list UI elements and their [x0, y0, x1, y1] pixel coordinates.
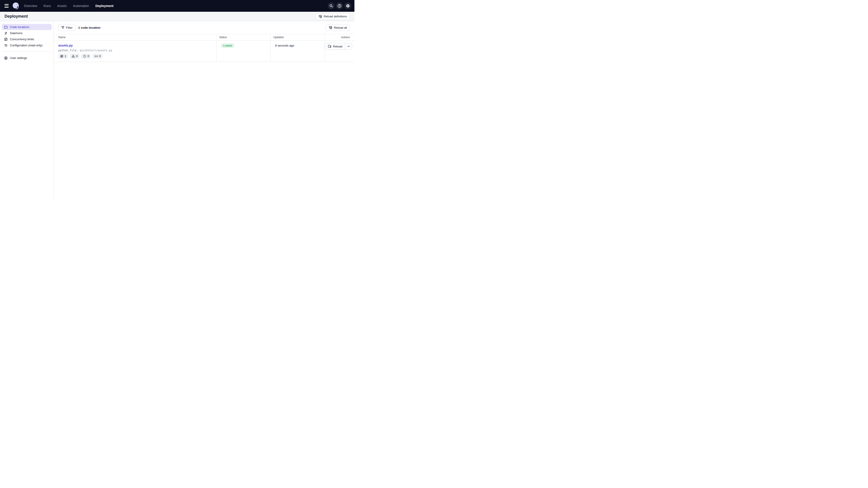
sensor-count-badge[interactable]: 0: [93, 54, 103, 59]
primary-nav: Overview Runs Assets Automation Deployme…: [24, 4, 114, 8]
code-location-meta: python_file: quickstart/assets.py: [58, 49, 214, 52]
sidebar-item-label: Daemons: [10, 31, 23, 35]
column-header-updated: Updated: [271, 34, 325, 40]
daemons-icon: [4, 31, 8, 35]
help-icon[interactable]: [336, 2, 343, 9]
asset-count-value: 1: [65, 55, 66, 58]
filter-button[interactable]: Filter: [58, 24, 75, 31]
reload-button-label: Reload: [333, 45, 342, 48]
job-count-icon: [72, 55, 75, 58]
definition-counts: 1 0: [58, 54, 214, 59]
nav-item-automation[interactable]: Automation: [73, 4, 89, 8]
reload-split-button: Reload: [325, 43, 352, 50]
table-row: assets.py python_file: quickstart/assets…: [54, 41, 354, 62]
reload-folder-icon: [328, 44, 331, 48]
asset-count-icon: [60, 55, 63, 58]
sidebar-item-configuration[interactable]: Configuration (read-only): [2, 42, 52, 48]
schedule-count-value: 0: [88, 55, 89, 58]
filter-funnel-icon: [61, 26, 64, 29]
sliders-icon: [4, 43, 8, 47]
asset-count-badge[interactable]: 1: [58, 54, 68, 59]
reload-options-chevron-down-icon[interactable]: [345, 43, 352, 50]
actions-cell: Reload: [325, 41, 354, 62]
meta-label: python_file:: [58, 49, 78, 52]
search-icon[interactable]: [328, 2, 335, 9]
page-header: Deployment Reload definitions: [0, 12, 354, 21]
reload-all-icon: [329, 26, 332, 29]
top-nav: Overview Runs Assets Automation Deployme…: [0, 0, 354, 12]
sidebar-item-label: Configuration (read-only): [10, 43, 42, 47]
job-count-value: 0: [76, 55, 78, 58]
sidebar-item-label: Concurrency limits: [10, 37, 34, 41]
nav-item-runs[interactable]: Runs: [43, 4, 51, 8]
reload-button[interactable]: Reload: [325, 43, 345, 50]
sensor-count-value: 0: [99, 55, 101, 58]
reload-all-label: Reload all: [334, 26, 347, 29]
job-count-badge[interactable]: 0: [70, 54, 80, 59]
main-content: Filter 1 code location Reload all Name S…: [54, 21, 354, 199]
sidebar-divider: [2, 52, 51, 52]
meta-value: quickstart/assets.py: [80, 49, 112, 52]
code-locations-toolbar: Filter 1 code location Reload all: [54, 21, 354, 34]
nav-item-deployment[interactable]: Deployment: [95, 4, 114, 8]
folder-icon: [4, 25, 8, 29]
sidebar-item-concurrency-limits[interactable]: Concurrency limits: [2, 36, 52, 42]
sidebar-item-code-locations[interactable]: Code locations: [2, 24, 52, 30]
page-title: Deployment: [4, 14, 28, 19]
document-lines-icon: [4, 37, 8, 41]
sensor-count-icon: [94, 55, 98, 58]
nav-item-assets[interactable]: Assets: [57, 4, 67, 8]
status-cell: Loaded: [217, 41, 271, 62]
reload-definitions-label: Reload definitions: [324, 15, 347, 18]
sidebar-item-label: Code locations: [10, 25, 29, 29]
column-header-actions: Actions: [325, 34, 354, 40]
settings-gear-icon[interactable]: [344, 2, 351, 9]
sidebar-item-label: User settings: [10, 56, 27, 60]
reload-definitions-button[interactable]: Reload definitions: [315, 13, 350, 20]
updated-cell: 8 seconds ago: [271, 41, 325, 62]
schedule-count-icon: [83, 55, 86, 58]
reload-all-button[interactable]: Reload all: [326, 24, 350, 31]
status-badge: Loaded: [221, 43, 234, 48]
code-locations-table: Name Status Updated Actions assets.py py…: [54, 34, 354, 62]
schedule-count-badge[interactable]: 0: [81, 54, 91, 59]
sidebar-item-daemons[interactable]: Daemons: [2, 30, 52, 36]
column-header-status: Status: [217, 34, 271, 40]
dagster-logo-icon[interactable]: [12, 2, 20, 10]
deployment-sidebar: Code locations Daemons Concurrency limit…: [0, 21, 54, 199]
name-cell: assets.py python_file: quickstart/assets…: [54, 41, 217, 62]
nav-item-overview[interactable]: Overview: [24, 4, 37, 8]
code-location-link[interactable]: assets.py: [58, 43, 73, 47]
column-header-name: Name: [54, 34, 217, 40]
reload-definitions-icon: [318, 15, 322, 18]
menu-icon[interactable]: [3, 2, 10, 9]
code-location-count: 1 code location: [78, 26, 100, 29]
table-header: Name Status Updated Actions: [54, 34, 354, 41]
filter-label: Filter: [66, 26, 72, 29]
sidebar-item-user-settings[interactable]: User settings: [2, 55, 52, 61]
user-icon: [4, 56, 8, 60]
